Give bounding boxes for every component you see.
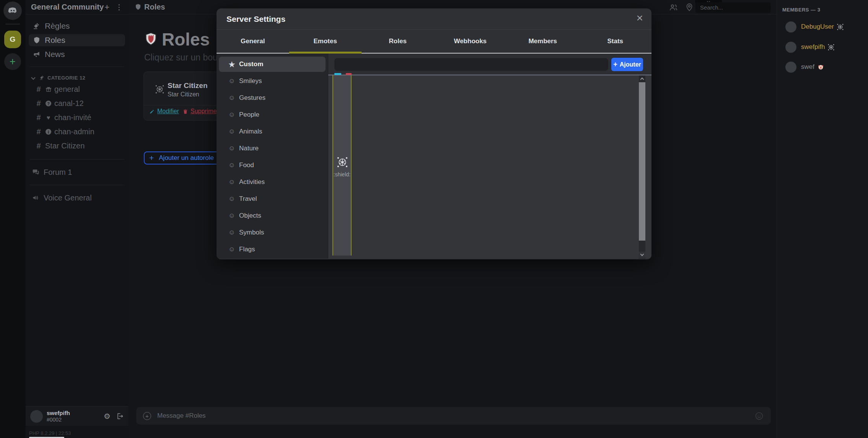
- smiley-icon: ☺: [227, 111, 236, 119]
- pencil-icon: [149, 109, 155, 114]
- category-food[interactable]: ☺ Food: [219, 158, 326, 173]
- channel-title: Roles: [144, 3, 165, 11]
- avatar: [785, 42, 796, 53]
- sidebar-divider: [29, 67, 124, 67]
- add-server-button[interactable]: +: [4, 53, 21, 70]
- member-row[interactable]: swefpifh: [777, 40, 868, 54]
- clown-icon: [818, 64, 824, 70]
- member-row[interactable]: DebugUser: [777, 20, 868, 34]
- gear-icon[interactable]: ⚙: [104, 412, 111, 421]
- tab-roles[interactable]: Roles: [362, 30, 434, 53]
- category-label: Animals: [239, 128, 262, 135]
- tab-members[interactable]: Members: [506, 30, 579, 53]
- scroll-up-icon[interactable]: [639, 76, 645, 82]
- emote-controls: + Ajouter: [328, 54, 651, 75]
- scroll-down-icon[interactable]: [639, 252, 645, 258]
- logout-icon[interactable]: [116, 412, 124, 420]
- category-people[interactable]: ☺ People: [219, 107, 326, 122]
- sidebar-item-regles[interactable]: Règles: [29, 20, 125, 32]
- emoji-picker-icon[interactable]: [754, 411, 764, 421]
- hash-icon: #: [35, 85, 42, 94]
- message-input[interactable]: + Message #Roles: [136, 407, 771, 425]
- tab-general[interactable]: General: [217, 30, 289, 53]
- plus-icon: +: [149, 153, 154, 163]
- category-categorie-12[interactable]: CATEGORIE 12: [26, 73, 128, 82]
- server-menu-icon[interactable]: ⋮: [116, 3, 123, 11]
- scrollbar[interactable]: [639, 75, 645, 259]
- member-name: DebugUser: [801, 23, 834, 31]
- server-settings-modal: Server Settings × General Emotes Roles W…: [217, 8, 651, 259]
- category-label: Activities: [239, 178, 265, 186]
- server-rail: G +: [0, 0, 26, 438]
- server-header[interactable]: General Community Test + ⋮: [26, 0, 128, 15]
- speaker-icon: [32, 194, 40, 202]
- category-flags[interactable]: ☺ Flags: [219, 242, 326, 257]
- version-status: PHP 8.2.29 | 22:53: [29, 430, 71, 436]
- add-emote-button[interactable]: + Ajouter: [611, 58, 643, 71]
- emote-category-list: ★ Custom ☺ Smileys ☺ Gestures ☺ People ☺…: [217, 54, 328, 259]
- member-row[interactable]: swef: [777, 60, 868, 74]
- message-placeholder: Message #Roles: [157, 412, 206, 420]
- card-subtitle: Star Citizen: [168, 91, 199, 98]
- tab-stats[interactable]: Stats: [579, 30, 652, 53]
- scrollbar-thumb[interactable]: [639, 82, 645, 241]
- sidebar-item-news[interactable]: News: [29, 48, 125, 60]
- members-sidebar: MEMBERS — 3 DebugUser swefpifh swef: [777, 0, 868, 438]
- channel-forum-1[interactable]: Forum 1: [26, 166, 128, 179]
- broken-image-icon: [828, 44, 834, 50]
- sidebar-divider: [29, 185, 124, 185]
- channel-star-citizen[interactable]: # Star Citizen: [26, 139, 128, 153]
- channel-chan-admin[interactable]: # i chan-admin: [26, 125, 128, 139]
- add-autorole-button[interactable]: + Ajouter un autorole: [144, 151, 228, 164]
- hash-icon: #: [35, 127, 42, 136]
- search-input[interactable]: [695, 2, 771, 13]
- category-objects[interactable]: ☺ Objects: [219, 208, 326, 223]
- channel-canal-12[interactable]: # ? canal-12: [26, 96, 128, 111]
- attach-icon[interactable]: +: [143, 412, 151, 420]
- category-gestures[interactable]: ☺ Gestures: [219, 90, 326, 106]
- megaphone-icon: [33, 50, 41, 59]
- sidebar-item-roles[interactable]: Roles: [29, 34, 125, 46]
- home-button[interactable]: [3, 2, 22, 20]
- category-activities[interactable]: ☺ Activities: [219, 174, 326, 190]
- edit-button[interactable]: Modifier: [149, 108, 179, 115]
- user-tag: #0002: [47, 417, 70, 423]
- emote-search-input[interactable]: [334, 58, 608, 71]
- emote-cell-shield[interactable]: :shield:: [332, 75, 352, 256]
- category-symbols[interactable]: ☺ Symbols: [219, 225, 326, 240]
- hash-icon: #: [35, 142, 42, 150]
- members-header: MEMBERS — 3: [782, 7, 820, 13]
- tab-webhooks[interactable]: Webhooks: [434, 30, 507, 53]
- category-travel[interactable]: ☺ Travel: [219, 191, 326, 207]
- rail-divider: [5, 24, 20, 24]
- modal-tabbar: General Emotes Roles Webhooks Members St…: [217, 30, 651, 54]
- delete-fragment: [346, 73, 352, 75]
- delete-button[interactable]: Supprimer: [182, 108, 219, 115]
- emote-grid: :shield:: [328, 75, 651, 259]
- roles-logo-icon: [145, 32, 157, 47]
- channel-general[interactable]: # general: [26, 82, 128, 96]
- category-label: Gestures: [239, 94, 265, 102]
- question-circle-icon: ?: [45, 100, 52, 107]
- server-add-icon[interactable]: +: [104, 2, 109, 12]
- category-nature[interactable]: ☺ Nature: [219, 141, 326, 156]
- close-icon[interactable]: ×: [636, 12, 643, 24]
- pin-icon[interactable]: [685, 3, 694, 12]
- channel-name: Forum 1: [44, 168, 72, 177]
- tab-emotes[interactable]: Emotes: [289, 30, 362, 53]
- category-custom[interactable]: ★ Custom: [219, 57, 326, 72]
- smiley-icon: ☺: [227, 161, 236, 169]
- category-label: Objects: [239, 212, 261, 220]
- channel-chan-invite[interactable]: # ♥ chan-invité: [26, 111, 128, 125]
- category-animals[interactable]: ☺ Animals: [219, 124, 326, 139]
- discord-logo-icon: [7, 5, 18, 16]
- channel-sidebar: General Community Test + ⋮ Règles Roles …: [26, 0, 128, 438]
- avatar: [785, 21, 796, 33]
- category-smileys[interactable]: ☺ Smileys: [219, 73, 326, 89]
- modal-title: Server Settings: [226, 15, 285, 24]
- broken-image-icon: [337, 157, 348, 168]
- server-badge[interactable]: G: [4, 31, 21, 48]
- edit-fragment: [334, 73, 341, 75]
- channel-voice-general[interactable]: Voice General: [26, 191, 128, 204]
- members-toggle-icon[interactable]: [669, 3, 678, 12]
